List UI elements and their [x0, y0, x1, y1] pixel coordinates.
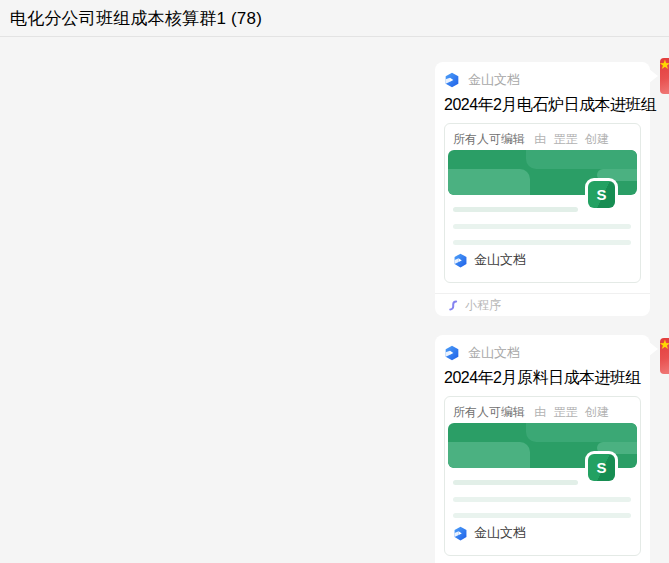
- preview-brand-label: 金山文档: [474, 524, 526, 542]
- card-source-row: 金山文档: [444, 72, 641, 88]
- chat-title: 电化分公司班组成本核算群1 (78): [10, 7, 262, 30]
- chat-message-area: ★ 金山文档 2024年2月电石炉日成本进班组 所有人可编辑 由: [0, 38, 669, 563]
- doc-share-card[interactable]: 金山文档 2024年2月电石炉日成本进班组 所有人可编辑 由 罡罡 创建 S: [435, 62, 650, 316]
- card-source-label: 金山文档: [468, 71, 520, 89]
- creator-name: 罡罡: [554, 132, 578, 146]
- meta-created: 创建: [585, 132, 609, 146]
- kingsoft-docs-logo-icon: [453, 526, 468, 541]
- preview-brand-row: 金山文档: [453, 251, 526, 269]
- mini-program-label: 小程序: [465, 297, 501, 314]
- mini-program-footer: 小程序: [435, 293, 650, 316]
- meta-by: 由: [534, 132, 546, 146]
- doc-title: 2024年2月原料日成本进班组: [444, 368, 641, 388]
- doc-meta-row: 所有人可编辑 由 罡罡 创建: [453, 404, 609, 421]
- skeleton-line: [453, 480, 578, 485]
- permission-label: 所有人可编辑: [453, 132, 525, 146]
- meta-created: 创建: [585, 405, 609, 419]
- kingsoft-docs-logo-icon: [444, 72, 460, 88]
- spreadsheet-badge-icon: S: [585, 178, 618, 211]
- doc-share-card[interactable]: 金山文档 2024年2月原料日成本进班组 所有人可编辑 由 罡罡 创建 S: [435, 335, 650, 563]
- card-source-label: 金山文档: [468, 344, 520, 362]
- sender-avatar[interactable]: ★: [660, 58, 669, 94]
- banner-shape: [526, 423, 637, 442]
- skeleton-line: [453, 207, 578, 212]
- banner-shape: [448, 442, 530, 468]
- skeleton-line: [453, 497, 631, 502]
- flag-star-icon: ★: [660, 338, 669, 351]
- banner-shape: [526, 150, 637, 169]
- flag-star-icon: ★: [660, 58, 669, 71]
- skeleton-line: [453, 513, 631, 518]
- permission-label: 所有人可编辑: [453, 405, 525, 419]
- spreadsheet-badge-icon: S: [585, 451, 618, 484]
- doc-title: 2024年2月电石炉日成本进班组: [444, 95, 641, 115]
- preview-brand-label: 金山文档: [474, 251, 526, 269]
- kingsoft-docs-logo-icon: [453, 253, 468, 268]
- bubble-tail: [649, 342, 658, 356]
- card-source-row: 金山文档: [444, 345, 641, 361]
- sender-avatar[interactable]: ★: [660, 338, 669, 374]
- meta-by: 由: [534, 405, 546, 419]
- kingsoft-docs-logo-icon: [444, 345, 460, 361]
- preview-brand-row: 金山文档: [453, 524, 526, 542]
- banner-shape: [448, 169, 530, 195]
- skeleton-line: [453, 240, 631, 245]
- bubble-tail: [649, 69, 658, 83]
- chat-header: 电化分公司班组成本核算群1 (78): [0, 0, 669, 37]
- creator-name: 罡罡: [554, 405, 578, 419]
- mini-program-icon: [447, 299, 460, 312]
- doc-preview-box[interactable]: 所有人可编辑 由 罡罡 创建 S: [444, 123, 641, 283]
- doc-preview-box[interactable]: 所有人可编辑 由 罡罡 创建 S: [444, 396, 641, 556]
- skeleton-line: [453, 224, 631, 229]
- doc-meta-row: 所有人可编辑 由 罡罡 创建: [453, 131, 609, 148]
